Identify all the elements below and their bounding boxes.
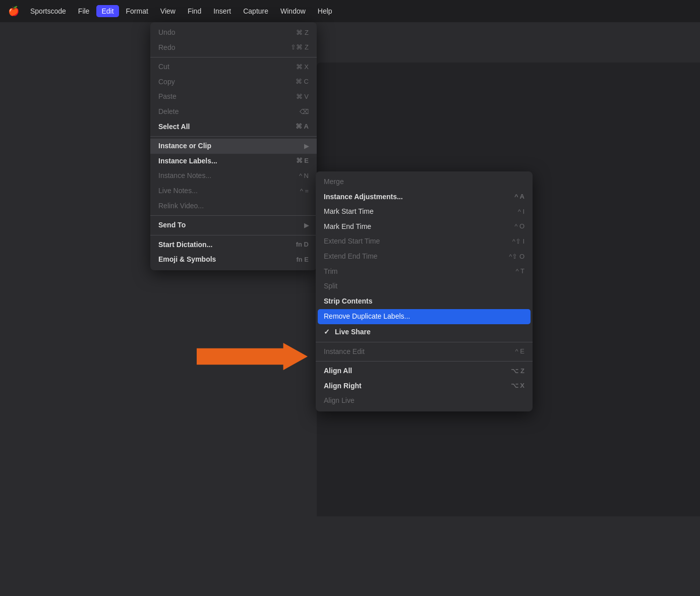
submenu-item-merge[interactable]: Merge — [316, 174, 533, 190]
submenu-item-align-all[interactable]: Align All ⌥ Z — [316, 364, 533, 379]
submenu-arrow-icon: ▶ — [304, 142, 309, 151]
menu-item-instance-labels[interactable]: Instance Labels... ⌘ E — [150, 154, 317, 169]
menu-item-live-notes[interactable]: Live Notes... ^ = — [150, 184, 317, 199]
menu-item-undo[interactable]: Undo ⌘ Z — [150, 25, 317, 40]
submenu-item-instance-adjustments[interactable]: Instance Adjustments... ^ A — [316, 190, 533, 205]
menubar-capture[interactable]: Capture — [238, 5, 273, 17]
submenu-item-mark-end-time[interactable]: Mark End Time ^ O — [316, 219, 533, 234]
menu-item-delete[interactable]: Delete ⌫ — [150, 104, 317, 120]
menu-item-copy[interactable]: Copy ⌘ C — [150, 75, 317, 90]
menubar-find[interactable]: Find — [183, 5, 206, 17]
menu-item-start-dictation[interactable]: Start Dictation... fn D — [150, 237, 317, 253]
menubar-view[interactable]: View — [155, 5, 181, 17]
menubar-edit[interactable]: Edit — [96, 5, 119, 17]
menubar-help[interactable]: Help — [313, 5, 337, 17]
menu-item-select-all[interactable]: Select All ⌘ A — [150, 120, 317, 135]
instance-or-clip-submenu: Merge Instance Adjustments... ^ A Mark S… — [316, 171, 533, 411]
menu-item-redo[interactable]: Redo ⇧⌘ Z — [150, 40, 317, 55]
menu-item-cut[interactable]: Cut ⌘ X — [150, 59, 317, 75]
submenu-item-trim[interactable]: Trim ^ T — [316, 264, 533, 279]
submenu-item-extend-end-time[interactable]: Extend End Time ^⇧ O — [316, 249, 533, 264]
menu-item-send-to[interactable]: Send To ▶ — [150, 218, 317, 233]
submenu-item-align-live[interactable]: Align Live — [316, 393, 533, 408]
edit-dropdown-menu: Undo ⌘ Z Redo ⇧⌘ Z Cut ⌘ X Copy ⌘ C Past… — [150, 22, 317, 270]
submenu-separator-1 — [316, 342, 533, 342]
submenu-item-instance-edit[interactable]: Instance Edit ^ E — [316, 344, 533, 360]
send-to-arrow-icon: ▶ — [304, 221, 309, 230]
submenu-item-extend-start-time[interactable]: Extend Start Time ^⇧ I — [316, 234, 533, 249]
menubar-file[interactable]: File — [73, 5, 95, 17]
submenu-item-live-share[interactable]: ✓ Live Share — [316, 325, 533, 340]
menubar-insert[interactable]: Insert — [208, 5, 236, 17]
separator-1 — [150, 57, 317, 57]
submenu-item-split[interactable]: Split — [316, 279, 533, 294]
arrow-body-shape — [197, 343, 308, 370]
submenu-separator-2 — [316, 361, 533, 362]
menubar-sportscode[interactable]: Sportscode — [25, 5, 71, 17]
submenu-item-mark-start-time[interactable]: Mark Start Time ^ I — [316, 204, 533, 219]
live-share-check-icon: ✓ — [324, 327, 330, 337]
submenu-item-remove-duplicate-labels[interactable]: Remove Duplicate Labels... — [318, 309, 531, 324]
menubar: 🍎 Sportscode File Edit Format View Find … — [0, 0, 700, 22]
menubar-window[interactable]: Window — [275, 5, 311, 17]
apple-logo-icon[interactable]: 🍎 — [8, 6, 19, 17]
menu-item-instance-or-clip[interactable]: Instance or Clip ▶ — [150, 139, 317, 154]
menu-item-relink-video[interactable]: Relink Video... — [150, 199, 317, 214]
separator-2 — [150, 136, 317, 137]
submenu-item-strip-contents[interactable]: Strip Contents — [316, 294, 533, 309]
menu-item-emoji-symbols[interactable]: Emoji & Symbols fn E — [150, 252, 317, 267]
separator-4 — [150, 235, 317, 235]
menu-item-instance-notes[interactable]: Instance Notes... ^ N — [150, 168, 317, 184]
separator-3 — [150, 215, 317, 216]
menu-item-paste[interactable]: Paste ⌘ V — [150, 89, 317, 104]
menubar-format[interactable]: Format — [121, 5, 153, 17]
orange-arrow-indicator — [197, 343, 308, 370]
submenu-item-align-right[interactable]: Align Right ⌥ X — [316, 379, 533, 394]
